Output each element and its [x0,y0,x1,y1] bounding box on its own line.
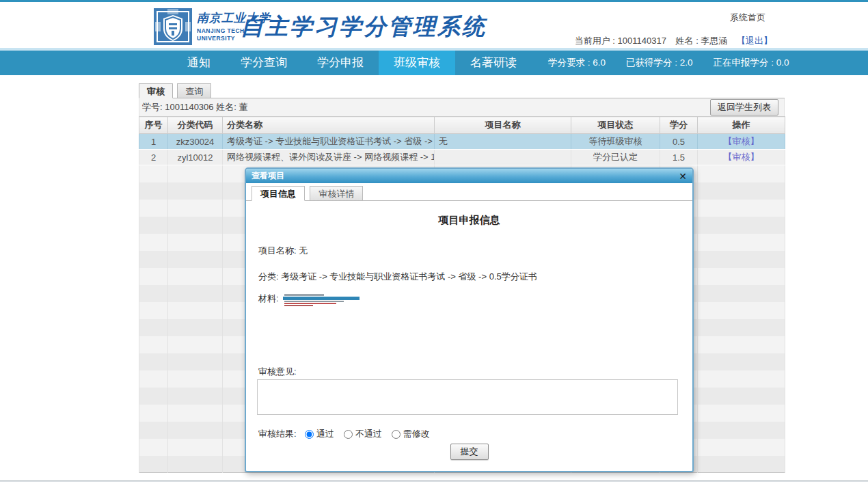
page: 南京工业大学 NANJING TECH UNIVERSITY 自主学习学分管理系… [0,0,868,488]
radio-fail-input[interactable] [344,430,353,439]
project-name-line: 项目名称: 无 [258,245,308,257]
material-label: 材料: [258,293,279,305]
nav-item-notice[interactable]: 通知 [172,51,226,75]
table-body: 1 zkz30024 考级考证 -> 专业技能与职业资格证书考试 -> 省级 -… [139,134,785,165]
close-icon[interactable]: ✕ [679,172,687,181]
page-bottom-divider [0,480,868,482]
nav-item-credit-declare[interactable]: 学分申报 [302,51,379,75]
modal-tab-review-detail[interactable]: 审核详情 [310,186,363,201]
col-header-status: 项目状态 [571,117,660,134]
main-nav: 通知 学分查询 学分申报 班级审核 名著研读 学分要求 : 6.0 已获得学分 … [0,51,868,75]
review-comment-label: 审核意见: [258,366,297,378]
table-row[interactable]: 2 zyl10012 网络视频课程、课外阅读及讲座 -> 网络视频课程 -> 1… [139,150,785,165]
category-line: 分类: 考级考证 -> 专业技能与职业资格证书考试 -> 省级 -> 0.5学分… [258,271,537,283]
modal-titlebar: 查看项目 ✕ [246,169,692,183]
header-right: 系统首页 当前用户 : 1001140317 姓名 : 李思涵 【退出】 [568,12,772,47]
stat-credit-earned: 已获得学分 : 2.0 [626,57,693,69]
nav-item-class-review[interactable]: 班级审核 [379,51,455,75]
nav-item-famous-works[interactable]: 名著研读 [455,51,532,75]
modal-title: 查看项目 [252,170,679,182]
review-comment-textarea[interactable] [257,379,678,415]
col-header-project: 项目名称 [435,117,571,134]
user-name: 姓名 : 李思涵 [676,36,728,46]
review-action-link[interactable]: 【审核】 [724,152,759,162]
university-seal-icon [154,8,192,45]
submit-row: 提交 [246,444,692,460]
material-thumbnail-image[interactable] [283,293,360,316]
back-to-student-list-button[interactable]: 返回学生列表 [710,99,778,116]
submit-button[interactable]: 提交 [450,444,489,460]
nav-credit-stats: 学分要求 : 6.0 已获得学分 : 2.0 正在申报学分 : 0.0 [548,57,810,69]
user-info-line: 当前用户 : 1001140317 姓名 : 李思涵 【退出】 [568,35,772,47]
student-bar: 学号: 1001140306 姓名: 董 返回学生列表 [139,98,785,116]
col-header-no: 序号 [139,117,168,134]
tab-review[interactable]: 审核 [139,83,173,98]
logout-link[interactable]: 【退出】 [737,36,772,46]
radio-pass-input[interactable] [305,430,314,439]
nav-item-credit-query[interactable]: 学分查询 [226,51,302,75]
view-project-modal: 查看项目 ✕ 项目信息 审核详情 项目申报信息 项目名称: 无 分类: 考级考证… [245,167,694,472]
review-result-row: 审核结果: 通过 不通过 需修改 [258,428,439,440]
modal-tab-row: 项目信息 审核详情 [246,183,692,201]
system-title: 自主学习学分管理系统 [241,12,487,42]
review-result-label: 审核结果: [258,428,297,440]
header: 南京工业大学 NANJING TECH UNIVERSITY 自主学习学分管理系… [0,2,868,48]
col-header-category: 分类名称 [223,117,435,134]
material-row: 材料: [258,293,360,316]
student-info: 学号: 1001140306 姓名: 董 [142,101,710,113]
stat-credit-pending: 正在申报学分 : 0.0 [714,57,789,69]
review-action-link[interactable]: 【审核】 [724,136,759,146]
table-row[interactable]: 1 zkz30024 考级考证 -> 专业技能与职业资格证书考试 -> 省级 -… [139,134,785,150]
col-header-credit: 学分 [660,117,698,134]
current-user: 当前用户 : 1001140317 [575,36,666,46]
col-header-code: 分类代码 [168,117,223,134]
result-radio-group: 通过 不通过 需修改 [305,428,439,440]
radio-option-fail[interactable]: 不通过 [344,428,382,440]
modal-heading: 项目申报信息 [246,214,692,227]
radio-revise-input[interactable] [392,430,401,439]
col-header-action: 操作 [698,117,785,134]
radio-option-revise[interactable]: 需修改 [392,428,430,440]
modal-tab-project-info[interactable]: 项目信息 [252,186,305,201]
stat-credit-required: 学分要求 : 6.0 [548,57,606,69]
radio-option-pass[interactable]: 通过 [305,428,334,440]
tab-query[interactable]: 查询 [177,83,211,98]
table-header-row: 序号 分类代码 分类名称 项目名称 项目状态 学分 操作 [139,117,785,134]
content-tab-row: 审核 查询 [139,83,785,98]
home-link[interactable]: 系统首页 [730,12,765,24]
modal-body: 项目信息 审核详情 项目申报信息 项目名称: 无 分类: 考级考证 -> 专业技… [246,183,692,472]
